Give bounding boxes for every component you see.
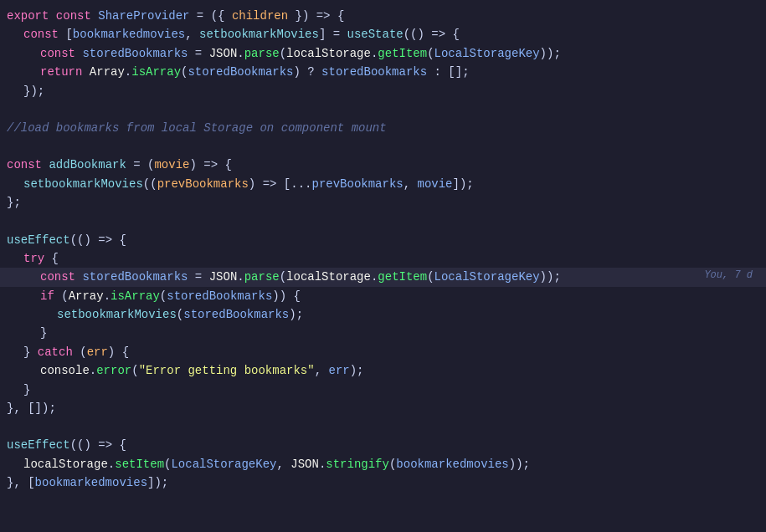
code-line: const storedBookmarks = JSON.parse(local… xyxy=(0,268,766,286)
code-line: }, [bookmarkedmovies]); xyxy=(0,473,766,492)
code-line: export const ShareProvider = ({ children… xyxy=(0,7,766,25)
code-line: return Array.isArray(storedBookmarks) ? … xyxy=(0,63,766,81)
code-line: try { xyxy=(0,249,766,268)
code-line xyxy=(0,212,766,231)
code-line: useEffect(() => { xyxy=(0,436,766,454)
git-annotation: You, 7 d xyxy=(704,268,753,284)
code-line: } xyxy=(0,324,766,342)
code-line: } catch (err) { xyxy=(0,343,766,361)
code-line: localStorage.setItem(LocalStorageKey, JS… xyxy=(0,455,766,473)
code-line xyxy=(0,137,766,156)
code-line: //load bookmarks from local Storage on c… xyxy=(0,119,766,137)
code-line: } xyxy=(0,381,766,399)
code-line: const addBookmark = (movie) => { xyxy=(0,156,766,174)
code-line: }); xyxy=(0,82,766,100)
code-line: console.error("Error getting bookmarks",… xyxy=(0,361,766,380)
code-line: setbookmarkMovies(storedBookmarks); xyxy=(0,305,766,324)
code-line: const storedBookmarks = JSON.parse(local… xyxy=(0,44,766,63)
code-line: useEffect(() => { xyxy=(0,231,766,249)
code-line: }; xyxy=(0,193,766,212)
code-line xyxy=(0,100,766,119)
code-line: if (Array.isArray(storedBookmarks)) { xyxy=(0,287,766,305)
code-line: const [bookmarkedmovies, setbookmarkMovi… xyxy=(0,25,766,43)
code-line: }, []); xyxy=(0,399,766,417)
code-line: setbookmarkMovies((prevBookmarks) => [..… xyxy=(0,175,766,193)
code-line xyxy=(0,417,766,436)
code-editor: export const ShareProvider = ({ children… xyxy=(0,0,766,532)
